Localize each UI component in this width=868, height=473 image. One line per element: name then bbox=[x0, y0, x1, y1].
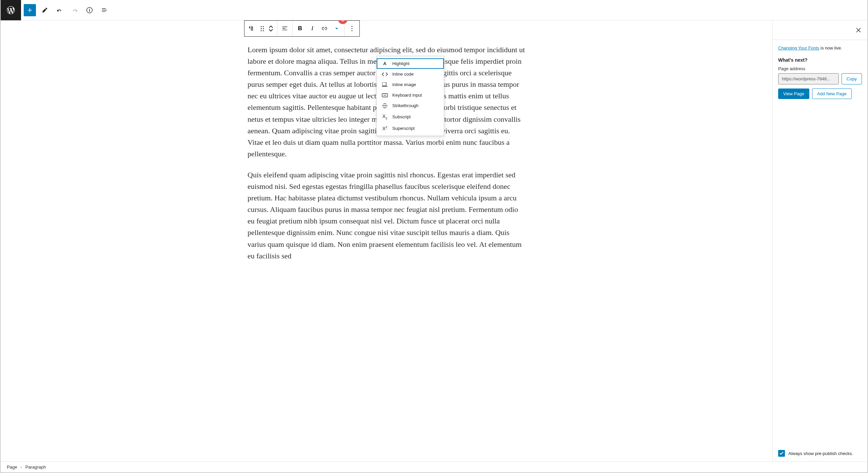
keyboard-icon bbox=[381, 93, 388, 97]
svg-point-0 bbox=[352, 26, 353, 27]
dd-inline-image[interactable]: Inline image bbox=[377, 79, 444, 90]
page-address-label: Page address bbox=[778, 66, 862, 71]
dd-label: Inline image bbox=[392, 82, 416, 87]
dd-label: Highlight bbox=[392, 61, 410, 66]
dd-superscript[interactable]: X2 Superscript bbox=[377, 123, 444, 134]
dd-keyboard-input[interactable]: Keyboard input bbox=[377, 90, 444, 100]
prepublish-label: Always show pre-publish checks. bbox=[788, 451, 853, 456]
strikethrough-icon bbox=[381, 103, 388, 108]
italic-button[interactable]: I bbox=[306, 21, 318, 36]
svg-point-1 bbox=[352, 28, 353, 29]
add-block-button[interactable] bbox=[24, 4, 36, 16]
more-format-button[interactable]: 1 bbox=[331, 21, 343, 36]
link-button[interactable] bbox=[318, 21, 331, 36]
block-options-button[interactable] bbox=[346, 21, 358, 36]
chevron-right-icon: › bbox=[20, 465, 22, 470]
drag-handle[interactable] bbox=[258, 21, 266, 36]
code-icon bbox=[381, 72, 388, 77]
settings-sidebar: Changing Your Fonts is now live. What's … bbox=[772, 20, 867, 461]
publish-notice-link[interactable]: Changing Your Fonts bbox=[778, 45, 819, 51]
dd-strikethrough[interactable]: Strikethrough bbox=[377, 100, 444, 111]
format-dropdown: A Highlight Inline code Inline image Key… bbox=[376, 56, 444, 136]
redo-button[interactable] bbox=[68, 4, 81, 16]
dd-label: Keyboard input bbox=[392, 93, 422, 98]
subscript-icon: X2 bbox=[381, 114, 388, 120]
superscript-icon: X2 bbox=[381, 125, 388, 131]
prepublish-checkbox[interactable] bbox=[778, 450, 785, 457]
publish-notice-suffix: is now live. bbox=[819, 45, 842, 51]
breadcrumb-current[interactable]: Paragraph bbox=[25, 465, 46, 470]
publish-notice: Changing Your Fonts is now live. bbox=[778, 45, 862, 51]
dd-label: Subscript bbox=[392, 114, 411, 119]
close-sidebar-button[interactable] bbox=[854, 26, 863, 34]
info-button[interactable] bbox=[83, 4, 96, 16]
add-new-page-button[interactable]: Add New Page bbox=[812, 88, 852, 99]
dd-subscript[interactable]: X2 Subscript bbox=[377, 111, 444, 123]
dd-inline-code[interactable]: Inline code bbox=[377, 69, 444, 79]
move-arrows[interactable] bbox=[266, 21, 276, 36]
align-button[interactable] bbox=[279, 21, 291, 36]
svg-point-2 bbox=[352, 30, 353, 31]
block-type-button[interactable] bbox=[246, 21, 258, 36]
view-page-button[interactable]: View Page bbox=[778, 88, 809, 99]
breadcrumb: Page › Paragraph bbox=[1, 461, 867, 472]
wordpress-logo[interactable] bbox=[1, 0, 21, 20]
svg-rect-3 bbox=[382, 82, 386, 86]
breadcrumb-root[interactable]: Page bbox=[7, 465, 17, 470]
image-icon bbox=[381, 82, 388, 87]
page-address-input[interactable]: https://wordpress-7848... bbox=[778, 73, 839, 84]
editor-canvas: B I 1 A Highlight bbox=[1, 20, 772, 461]
dd-highlight[interactable]: A Highlight bbox=[377, 58, 444, 69]
copy-button[interactable]: Copy bbox=[842, 73, 862, 84]
whats-next-heading: What's next? bbox=[778, 57, 862, 63]
bold-button[interactable]: B bbox=[294, 21, 306, 36]
dd-label: Superscript bbox=[392, 126, 415, 131]
block-toolbar: B I 1 bbox=[244, 20, 360, 37]
undo-button[interactable] bbox=[54, 4, 66, 16]
outline-button[interactable] bbox=[98, 4, 111, 16]
dd-label: Inline code bbox=[392, 72, 414, 77]
edit-tool-button[interactable] bbox=[39, 4, 51, 16]
paragraph-block-2[interactable]: Quis eleifend quam adipiscing vitae proi… bbox=[244, 169, 529, 262]
dd-label: Strikethrough bbox=[392, 103, 418, 108]
letter-a-icon: A bbox=[381, 61, 388, 66]
top-toolbar bbox=[1, 0, 867, 20]
